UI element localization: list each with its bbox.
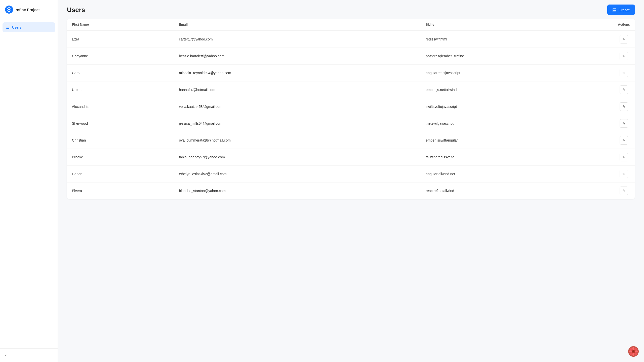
cell-skills: reactrefinetailwind <box>421 183 613 199</box>
edit-button[interactable]: ✎ <box>620 35 628 43</box>
table-container: First Name Email Skills Actions <box>58 19 644 362</box>
cell-firstname: Ezra <box>67 31 174 48</box>
cell-firstname: Sherwood <box>67 115 174 132</box>
cell-skills: postgresqlember.jsrefine <box>421 48 613 65</box>
cell-email: bessie.bartoletti@yahoo.com <box>174 48 421 65</box>
cell-email: blanche_stanton@yahoo.com <box>174 183 421 199</box>
edit-button[interactable]: ✎ <box>620 170 628 178</box>
cell-firstname: Darien <box>67 166 174 183</box>
cell-skills: angulartailwind.net <box>421 166 613 183</box>
sidebar-item-users-label: Users <box>12 25 21 29</box>
cell-email: ova_cummerata28@hotmail.com <box>174 132 421 149</box>
table-row: Sherwoodjessica_mills54@gmail.com.netswi… <box>67 115 635 132</box>
cell-firstname: Christian <box>67 132 174 149</box>
col-header-email: Email <box>174 19 421 31</box>
create-button[interactable]: ▤ Create <box>607 5 635 15</box>
cell-email: micaela_reynolds94@yahoo.com <box>174 65 421 81</box>
sidebar: refine Project ☰ Users ‹ <box>0 0 58 362</box>
edit-button[interactable]: ✎ <box>620 52 628 60</box>
app-logo-icon <box>5 6 13 14</box>
table-body: Ezracarter17@yahoo.comredisswifthtml✎Che… <box>67 31 635 199</box>
cell-firstname: Carol <box>67 65 174 81</box>
table-row: Elverablanche_stanton@yahoo.comreactrefi… <box>67 183 635 199</box>
edit-button[interactable]: ✎ <box>620 69 628 77</box>
cell-email: vella.kautzer58@gmail.com <box>174 98 421 115</box>
cell-email: tania_heaney57@yahoo.com <box>174 149 421 166</box>
cell-email: jessica_mills54@gmail.com <box>174 115 421 132</box>
table-row: Brooketania_heaney57@yahoo.comtailwindre… <box>67 149 635 166</box>
table-header-row: First Name Email Skills Actions <box>67 19 635 31</box>
page-title: Users <box>67 6 85 14</box>
col-header-firstname: First Name <box>67 19 174 31</box>
cell-skills: swiftsveltejavascript <box>421 98 613 115</box>
cell-email: hanna14@hotmail.com <box>174 81 421 98</box>
col-header-actions: Actions <box>613 19 635 31</box>
col-header-skills: Skills <box>421 19 613 31</box>
cell-skills: angularreactjavascript <box>421 65 613 81</box>
cell-skills: ember.jsswiftangular <box>421 132 613 149</box>
cell-actions: ✎ <box>613 183 635 199</box>
users-table: First Name Email Skills Actions <box>67 19 635 199</box>
cell-skills: ember.js.nettailwind <box>421 81 613 98</box>
cell-actions: ✎ <box>613 98 635 115</box>
cell-actions: ✎ <box>613 48 635 65</box>
flower-widget[interactable] <box>628 346 639 357</box>
table-row: Urbanhanna14@hotmail.comember.js.nettail… <box>67 81 635 98</box>
cell-skills: tailwindredissvelte <box>421 149 613 166</box>
cell-actions: ✎ <box>613 149 635 166</box>
sidebar-bottom: ‹ <box>0 348 58 362</box>
cell-email: ethelyn_osinski52@gmail.com <box>174 166 421 183</box>
cell-firstname: Urban <box>67 81 174 98</box>
svg-point-3 <box>632 347 634 350</box>
sidebar-item-users[interactable]: ☰ Users <box>3 22 55 32</box>
table-row: Alexandriavella.kautzer58@gmail.comswift… <box>67 98 635 115</box>
edit-button[interactable]: ✎ <box>620 136 628 145</box>
table-wrapper: First Name Email Skills Actions <box>67 19 635 199</box>
table-row: Carolmicaela_reynolds94@yahoo.comangular… <box>67 65 635 81</box>
cell-actions: ✎ <box>613 115 635 132</box>
svg-point-1 <box>8 9 10 10</box>
edit-button[interactable]: ✎ <box>620 119 628 128</box>
svg-point-5 <box>629 350 632 352</box>
cell-firstname: Brooke <box>67 149 174 166</box>
svg-point-4 <box>632 353 634 356</box>
cell-actions: ✎ <box>613 65 635 81</box>
cell-actions: ✎ <box>613 132 635 149</box>
svg-point-12 <box>632 350 634 352</box>
edit-button[interactable]: ✎ <box>620 102 628 111</box>
main-content: Users ▤ Create First Name Email <box>58 0 644 362</box>
cell-actions: ✎ <box>613 81 635 98</box>
sidebar-logo: refine Project <box>0 0 58 19</box>
edit-button[interactable]: ✎ <box>620 85 628 94</box>
sidebar-back-button[interactable]: ‹ <box>5 353 7 358</box>
edit-button[interactable]: ✎ <box>620 153 628 161</box>
create-button-icon: ▤ <box>612 7 617 13</box>
page-header: Users ▤ Create <box>58 0 644 19</box>
table-row: Ezracarter17@yahoo.comredisswifthtml✎ <box>67 31 635 48</box>
create-button-label: Create <box>619 8 630 12</box>
cell-actions: ✎ <box>613 166 635 183</box>
svg-point-6 <box>635 350 638 352</box>
users-icon: ☰ <box>6 25 10 30</box>
table-row: Christianova_cummerata28@hotmail.comembe… <box>67 132 635 149</box>
cell-firstname: Cheyanne <box>67 48 174 65</box>
cell-actions: ✎ <box>613 31 635 48</box>
cell-skills: redisswifthtml <box>421 31 613 48</box>
table-row: Cheyannebessie.bartoletti@yahoo.compostg… <box>67 48 635 65</box>
cell-email: carter17@yahoo.com <box>174 31 421 48</box>
cell-firstname: Elvera <box>67 183 174 199</box>
sidebar-nav: ☰ Users <box>0 19 58 348</box>
cell-firstname: Alexandria <box>67 98 174 115</box>
edit-button[interactable]: ✎ <box>620 187 628 195</box>
cell-skills: .netswiftjavascript <box>421 115 613 132</box>
table-row: Darienethelyn_osinski52@gmail.comangular… <box>67 166 635 183</box>
app-title: refine Project <box>16 8 40 12</box>
